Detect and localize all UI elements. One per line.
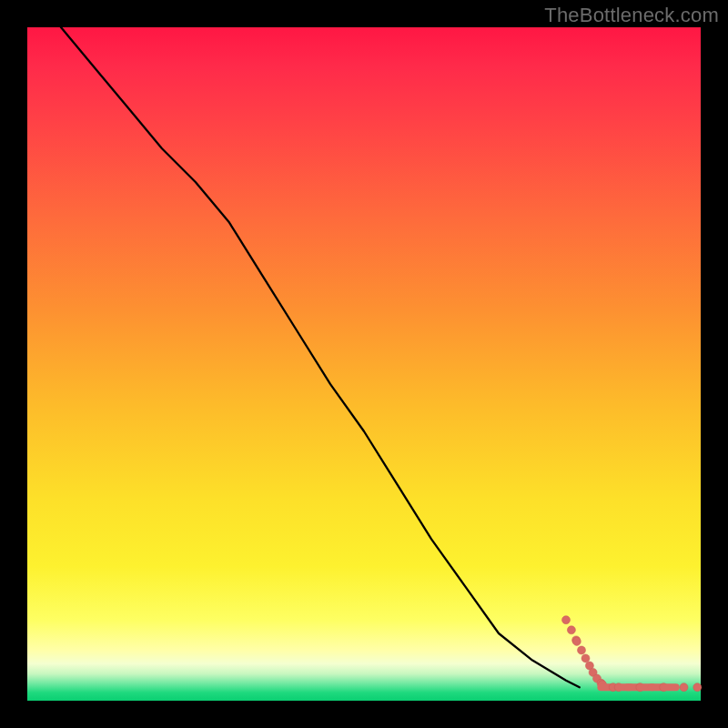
threshold-line — [61, 27, 580, 687]
watermark-text: TheBottleneck.com — [544, 4, 719, 27]
chart-svg — [27, 27, 701, 701]
chart-container: TheBottleneck.com — [0, 0, 728, 728]
data-points-group — [562, 616, 702, 692]
plot-area — [27, 27, 701, 701]
data-dot — [562, 616, 571, 624]
data-dot — [578, 646, 586, 654]
data-dot — [693, 683, 702, 692]
data-dot — [567, 626, 575, 634]
data-dot — [581, 654, 590, 662]
data-dot — [572, 637, 581, 645]
data-dot — [680, 683, 688, 692]
